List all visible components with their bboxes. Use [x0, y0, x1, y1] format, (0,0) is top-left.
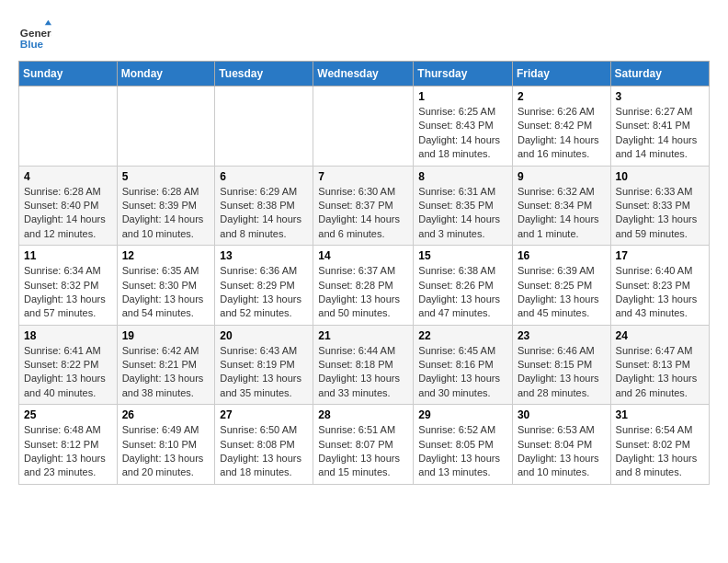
day-info: Sunrise: 6:39 AM Sunset: 8:25 PM Dayligh… [518, 264, 606, 321]
day-info: Sunrise: 6:44 AM Sunset: 8:18 PM Dayligh… [318, 344, 408, 401]
day-of-week-header: Wednesday [313, 62, 414, 86]
calendar-cell: 21Sunrise: 6:44 AM Sunset: 8:18 PM Dayli… [313, 325, 414, 405]
day-info: Sunrise: 6:33 AM Sunset: 8:33 PM Dayligh… [616, 185, 704, 242]
day-number: 13 [220, 249, 308, 262]
day-info: Sunrise: 6:34 AM Sunset: 8:32 PM Dayligh… [24, 264, 112, 321]
day-number: 16 [518, 249, 606, 262]
day-info: Sunrise: 6:25 AM Sunset: 8:43 PM Dayligh… [418, 105, 507, 162]
calendar-cell: 10Sunrise: 6:33 AM Sunset: 8:33 PM Dayli… [610, 166, 709, 246]
day-info: Sunrise: 6:26 AM Sunset: 8:42 PM Dayligh… [518, 105, 606, 162]
calendar-cell: 9Sunrise: 6:32 AM Sunset: 8:34 PM Daylig… [512, 166, 610, 246]
day-number: 23 [518, 329, 606, 342]
page-header: General Blue [18, 18, 710, 52]
day-of-week-header: Friday [512, 62, 610, 86]
calendar-cell: 12Sunrise: 6:35 AM Sunset: 8:30 PM Dayli… [117, 246, 215, 326]
calendar-header: SundayMondayTuesdayWednesdayThursdayFrid… [19, 62, 710, 86]
calendar-cell: 19Sunrise: 6:42 AM Sunset: 8:21 PM Dayli… [117, 325, 215, 405]
day-number: 28 [318, 408, 408, 421]
day-number: 3 [616, 90, 704, 103]
day-info: Sunrise: 6:52 AM Sunset: 8:05 PM Dayligh… [418, 423, 507, 480]
day-number: 6 [220, 170, 308, 183]
calendar-week-row: 1Sunrise: 6:25 AM Sunset: 8:43 PM Daylig… [19, 86, 710, 167]
calendar-week-row: 25Sunrise: 6:48 AM Sunset: 8:12 PM Dayli… [19, 405, 710, 485]
day-of-week-header: Tuesday [215, 62, 313, 86]
calendar-cell: 6Sunrise: 6:29 AM Sunset: 8:38 PM Daylig… [215, 166, 313, 246]
calendar-cell: 11Sunrise: 6:34 AM Sunset: 8:32 PM Dayli… [19, 246, 118, 326]
day-of-week-header: Saturday [610, 62, 709, 86]
calendar-cell: 31Sunrise: 6:54 AM Sunset: 8:02 PM Dayli… [610, 405, 709, 485]
day-number: 18 [24, 329, 112, 342]
calendar-cell [19, 86, 118, 167]
day-info: Sunrise: 6:41 AM Sunset: 8:22 PM Dayligh… [24, 344, 112, 401]
day-info: Sunrise: 6:35 AM Sunset: 8:30 PM Dayligh… [122, 264, 210, 321]
calendar-cell [117, 86, 215, 167]
day-info: Sunrise: 6:50 AM Sunset: 8:08 PM Dayligh… [220, 423, 308, 480]
calendar-cell: 20Sunrise: 6:43 AM Sunset: 8:19 PM Dayli… [215, 325, 313, 405]
day-number: 24 [616, 329, 704, 342]
day-number: 9 [518, 170, 606, 183]
calendar-week-row: 4Sunrise: 6:28 AM Sunset: 8:40 PM Daylig… [19, 166, 710, 246]
calendar-cell: 13Sunrise: 6:36 AM Sunset: 8:29 PM Dayli… [215, 246, 313, 326]
calendar-cell: 25Sunrise: 6:48 AM Sunset: 8:12 PM Dayli… [19, 405, 118, 485]
day-info: Sunrise: 6:54 AM Sunset: 8:02 PM Dayligh… [616, 423, 704, 480]
day-number: 31 [616, 408, 704, 421]
day-info: Sunrise: 6:43 AM Sunset: 8:19 PM Dayligh… [220, 344, 308, 401]
day-info: Sunrise: 6:27 AM Sunset: 8:41 PM Dayligh… [616, 105, 704, 162]
calendar-cell: 7Sunrise: 6:30 AM Sunset: 8:37 PM Daylig… [313, 166, 414, 246]
day-number: 2 [518, 90, 606, 103]
day-number: 27 [220, 408, 308, 421]
calendar-cell: 16Sunrise: 6:39 AM Sunset: 8:25 PM Dayli… [512, 246, 610, 326]
day-number: 15 [418, 249, 507, 262]
day-number: 20 [220, 329, 308, 342]
day-number: 8 [418, 170, 507, 183]
calendar-cell: 22Sunrise: 6:45 AM Sunset: 8:16 PM Dayli… [414, 325, 513, 405]
day-number: 22 [418, 329, 507, 342]
day-number: 11 [24, 249, 112, 262]
day-info: Sunrise: 6:37 AM Sunset: 8:28 PM Dayligh… [318, 264, 408, 321]
day-info: Sunrise: 6:31 AM Sunset: 8:35 PM Dayligh… [418, 185, 507, 242]
day-of-week-header: Sunday [19, 62, 118, 86]
calendar-cell: 18Sunrise: 6:41 AM Sunset: 8:22 PM Dayli… [19, 325, 118, 405]
calendar-cell: 23Sunrise: 6:46 AM Sunset: 8:15 PM Dayli… [512, 325, 610, 405]
calendar-week-row: 11Sunrise: 6:34 AM Sunset: 8:32 PM Dayli… [19, 246, 710, 326]
day-info: Sunrise: 6:53 AM Sunset: 8:04 PM Dayligh… [518, 423, 606, 480]
svg-marker-2 [45, 20, 51, 25]
calendar-cell: 26Sunrise: 6:49 AM Sunset: 8:10 PM Dayli… [117, 405, 215, 485]
calendar-cell: 5Sunrise: 6:28 AM Sunset: 8:39 PM Daylig… [117, 166, 215, 246]
calendar-cell: 28Sunrise: 6:51 AM Sunset: 8:07 PM Dayli… [313, 405, 414, 485]
day-info: Sunrise: 6:28 AM Sunset: 8:39 PM Dayligh… [122, 185, 210, 242]
calendar-cell: 27Sunrise: 6:50 AM Sunset: 8:08 PM Dayli… [215, 405, 313, 485]
day-info: Sunrise: 6:28 AM Sunset: 8:40 PM Dayligh… [24, 185, 112, 242]
day-number: 12 [122, 249, 210, 262]
day-number: 1 [418, 90, 507, 103]
day-info: Sunrise: 6:45 AM Sunset: 8:16 PM Dayligh… [418, 344, 507, 401]
calendar-week-row: 18Sunrise: 6:41 AM Sunset: 8:22 PM Dayli… [19, 325, 710, 405]
calendar-cell: 15Sunrise: 6:38 AM Sunset: 8:26 PM Dayli… [414, 246, 513, 326]
day-of-week-header: Monday [117, 62, 215, 86]
day-of-week-header: Thursday [414, 62, 513, 86]
day-info: Sunrise: 6:29 AM Sunset: 8:38 PM Dayligh… [220, 185, 308, 242]
day-number: 7 [318, 170, 408, 183]
day-number: 14 [318, 249, 408, 262]
calendar-body: 1Sunrise: 6:25 AM Sunset: 8:43 PM Daylig… [19, 86, 710, 485]
calendar-cell: 17Sunrise: 6:40 AM Sunset: 8:23 PM Dayli… [610, 246, 709, 326]
day-number: 30 [518, 408, 606, 421]
day-number: 10 [616, 170, 704, 183]
day-number: 25 [24, 408, 112, 421]
calendar-cell [215, 86, 313, 167]
calendar-cell [313, 86, 414, 167]
day-info: Sunrise: 6:42 AM Sunset: 8:21 PM Dayligh… [122, 344, 210, 401]
day-info: Sunrise: 6:38 AM Sunset: 8:26 PM Dayligh… [418, 264, 507, 321]
calendar-cell: 30Sunrise: 6:53 AM Sunset: 8:04 PM Dayli… [512, 405, 610, 485]
svg-text:Blue: Blue [20, 38, 44, 50]
logo-icon: General Blue [18, 18, 51, 52]
calendar-cell: 4Sunrise: 6:28 AM Sunset: 8:40 PM Daylig… [19, 166, 118, 246]
calendar-cell: 2Sunrise: 6:26 AM Sunset: 8:42 PM Daylig… [512, 86, 610, 167]
day-number: 4 [24, 170, 112, 183]
calendar-cell: 14Sunrise: 6:37 AM Sunset: 8:28 PM Dayli… [313, 246, 414, 326]
day-info: Sunrise: 6:46 AM Sunset: 8:15 PM Dayligh… [518, 344, 606, 401]
day-number: 29 [418, 408, 507, 421]
day-info: Sunrise: 6:36 AM Sunset: 8:29 PM Dayligh… [220, 264, 308, 321]
calendar-cell: 1Sunrise: 6:25 AM Sunset: 8:43 PM Daylig… [414, 86, 513, 167]
calendar-cell: 24Sunrise: 6:47 AM Sunset: 8:13 PM Dayli… [610, 325, 709, 405]
